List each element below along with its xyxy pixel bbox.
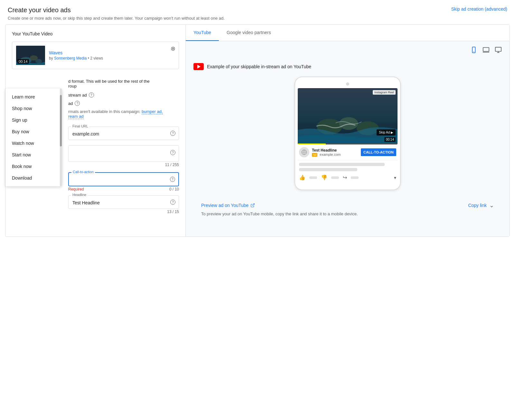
dropdown-item-download[interactable]: Download [5, 172, 62, 184]
thumbs-up-count [309, 176, 317, 179]
video-card: 00:14 Waves by Sonnenberg Media • 2 view… [12, 42, 179, 69]
svg-line-17 [252, 204, 254, 206]
ad-headline: Test Headline [312, 148, 358, 153]
cta-wrapper[interactable]: Call-to-action ? [68, 172, 179, 186]
cta-counter: 0 / 10 [169, 187, 179, 191]
dropdown-item-learn-more[interactable]: Learn more [5, 91, 62, 103]
desktop-device-icon[interactable] [495, 46, 502, 55]
svg-rect-8 [495, 47, 501, 51]
share-count [351, 176, 359, 179]
left-panel-title: Your YouTube Video [12, 31, 179, 36]
second-field-counter: 11 / 255 [68, 163, 179, 167]
second-field-wrapper: ? [68, 145, 179, 162]
external-link-icon [250, 203, 255, 208]
phone-mockup: Instagram Reel Skip Ad ▶ 00:14 [295, 77, 401, 190]
ad-url-bar: Ad example.com [312, 153, 358, 156]
dropdown-icon[interactable]: ▾ [394, 175, 396, 180]
video-title: Waves [49, 50, 175, 55]
laptop-device-icon[interactable] [482, 46, 490, 55]
bumper-ad-link[interactable]: bumper ad, [142, 109, 163, 114]
skip-ad-button[interactable]: Skip Ad ▶ [377, 129, 396, 135]
format-section: d format. This will be used for the rest… [12, 76, 179, 230]
format-option-ad: ad ? [68, 101, 179, 106]
video-thumbnail: 00:14 [16, 46, 45, 65]
headline-wrapper: Headline ? [68, 195, 179, 209]
thumbs-down-icon[interactable]: 👎 [321, 174, 327, 181]
scrollbar-track [60, 89, 62, 186]
second-field-help-icon[interactable]: ? [170, 150, 175, 155]
ad-text: Test Headline Ad example.com [312, 148, 358, 156]
svg-rect-4 [472, 47, 475, 53]
cta-input[interactable] [73, 177, 165, 182]
preview-ad-link[interactable]: Preview ad on YouTube [201, 203, 255, 208]
dropdown-item-book-now[interactable]: Book now [5, 161, 62, 172]
phone-content: 👍 👎 ↪ ▾ [298, 160, 398, 184]
final-url-input[interactable] [72, 131, 166, 136]
bottom-note: To preview your ad on YouTube mobile, co… [193, 211, 502, 221]
copy-link-button[interactable]: Copy link [468, 203, 487, 208]
final-url-wrapper: Final URL ? [68, 126, 179, 140]
mobile-device-icon[interactable] [470, 46, 477, 55]
ad-badge: Ad [312, 153, 317, 157]
dropdown-item-start-now[interactable]: Start now [5, 149, 62, 161]
video-close-button[interactable]: ⊗ [171, 45, 175, 52]
headline-help-icon[interactable]: ? [170, 200, 175, 205]
preview-area: Example of your skippable in-stream ad o… [186, 58, 510, 227]
dropdown-item-buy-now[interactable]: Buy now [5, 126, 62, 137]
format-option-stream: stream ad ? [68, 92, 179, 98]
content-actions: 👍 👎 ↪ ▾ [299, 173, 396, 182]
device-row [186, 41, 510, 58]
cta-dropdown: Learn more Shop now Sign up Buy now Watc… [5, 89, 62, 186]
expand-icon[interactable]: ⌄ [489, 202, 494, 209]
headline-counter: 13 / 15 [68, 210, 179, 214]
youtube-logo [193, 63, 204, 70]
ad-info-bar: Test Headline Ad example.com CALL-TO-ACT… [298, 145, 398, 160]
headline-input[interactable] [72, 200, 166, 205]
second-field-group: ? 11 / 255 [68, 145, 179, 167]
progress-fill [298, 144, 326, 145]
ad-logo [299, 147, 309, 157]
page-subtitle: Create one or more ads now, or skip this… [8, 16, 507, 21]
thumbs-down-count [331, 176, 339, 179]
tab-youtube[interactable]: YouTube [186, 25, 219, 41]
share-icon[interactable]: ↪ [343, 174, 347, 181]
dropdown-item-sign-up[interactable]: Sign up [5, 114, 62, 126]
final-url-help-icon[interactable]: ? [170, 131, 175, 136]
svg-point-14 [339, 117, 358, 130]
headline-label: Headline [71, 193, 88, 197]
instagram-label: Instagram Reel [373, 90, 396, 95]
video-timer: 00:14 [384, 137, 396, 142]
svg-rect-6 [483, 48, 489, 51]
skip-link[interactable]: Skip ad creation (advanced) [451, 6, 507, 12]
dropdown-item-shop-now[interactable]: Shop now [5, 103, 62, 114]
cta-btn[interactable]: CALL-TO-ACTION [361, 148, 396, 156]
bottom-links: Preview ad on YouTube Copy link ⌄ [193, 197, 502, 211]
content-line-2 [299, 168, 357, 171]
preview-description: Example of your skippable in-stream ad o… [207, 64, 311, 69]
stream-ad-help-icon[interactable]: ? [89, 92, 94, 98]
cta-section: Call-to-action ? Required 0 / 10 [68, 172, 179, 191]
left-panel: Your YouTube Video 00:14 [5, 25, 186, 237]
right-panel: YouTube Google video partners Example of… [186, 25, 510, 237]
cta-label: Call-to-action [71, 170, 95, 174]
video-info: Waves by Sonnenberg Media • 2 views [49, 50, 175, 61]
progress-bar [298, 144, 398, 145]
video-meta: by Sonnenberg Media • 2 views [49, 56, 175, 61]
phone-video-bg [298, 88, 398, 145]
format-unavailable-text: rmats aren't available in this campaign:… [68, 109, 179, 119]
stream-ad-link[interactable]: ream ad [68, 114, 84, 119]
copy-link-group: Copy link ⌄ [468, 202, 494, 209]
headline-section: Headline ? 13 / 15 [68, 195, 179, 214]
thumbs-up-icon[interactable]: 👍 [299, 174, 305, 181]
ad-help-icon[interactable]: ? [75, 101, 80, 106]
tab-google-video-partners[interactable]: Google video partners [219, 25, 279, 41]
cta-help-icon[interactable]: ? [170, 177, 175, 182]
video-duration: 00:14 [17, 59, 29, 64]
scrollbar-thumb[interactable] [60, 95, 62, 146]
final-url-group: Final URL ? [68, 126, 179, 140]
video-author-link[interactable]: Sonnenberg Media [54, 56, 87, 61]
content-line-1 [299, 163, 385, 166]
dropdown-item-watch-now[interactable]: Watch now [5, 137, 62, 149]
phone-video: Instagram Reel Skip Ad ▶ 00:14 [298, 88, 398, 145]
preview-label-row: Example of your skippable in-stream ad o… [193, 63, 502, 70]
